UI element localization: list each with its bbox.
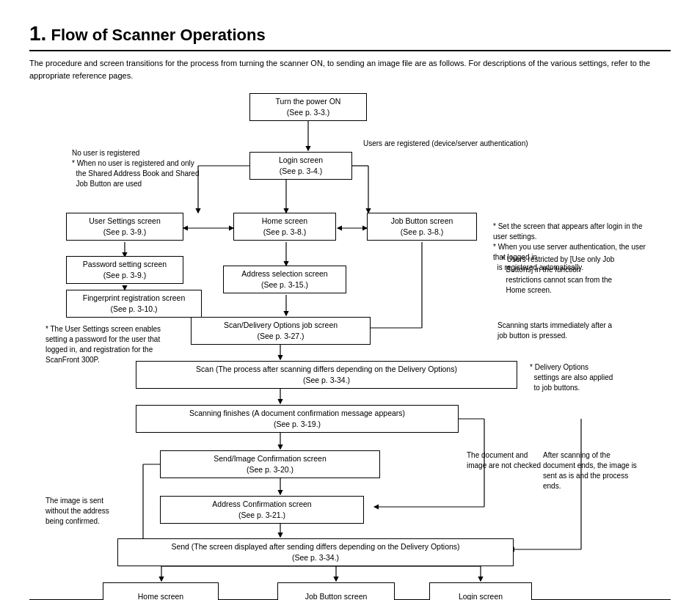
delivery-note: * Delivery Options settings are also app… <box>530 362 662 393</box>
login-screen-box: Login screen(See p. 3-4.) <box>249 152 352 180</box>
after-scan-note: After scanning of thedocument ends, the … <box>543 450 660 491</box>
page-title: 1. Flow of Scanner Operations <box>29 22 671 51</box>
job-button-restriction-note: * Users restricted by [Use only Job Butt… <box>502 255 660 296</box>
scan-delivery-box: Scan/Delivery Options job screen(See p. … <box>191 317 371 345</box>
home-screen-top-box: Home screen(See p. 3-8.) <box>233 213 336 241</box>
no-user-note: No user is registered * When no user is … <box>72 148 215 189</box>
send-image-box: Send/Image Confirmation screen(See p. 3-… <box>160 450 380 478</box>
job-button-screen-top-box: Job Button screen(See p. 3-8.) <box>367 213 477 241</box>
user-settings-note: * The User Settings screen enables setti… <box>45 324 203 365</box>
image-sent-note: The image is sentwithout the addressbein… <box>45 496 141 527</box>
diagram: Turn the power ON(See p. 3-3.) Login scr… <box>29 93 671 592</box>
user-settings-box: User Settings screen(See p. 3-9.) <box>66 213 183 241</box>
users-registered-note: Users are registered (device/server auth… <box>363 139 528 149</box>
send-box: Send (The screen displayed after sending… <box>117 538 514 566</box>
address-confirm-box: Address Confirmation screen(See p. 3-21.… <box>160 496 364 524</box>
fingerprint-reg-box: Fingerprint registration screen(See p. 3… <box>66 290 202 318</box>
address-selection-box: Address selection screen(See p. 3-15.) <box>223 266 346 293</box>
turn-power-box: Turn the power ON(See p. 3-3.) <box>249 93 367 121</box>
scanning-finishes-box: Scanning finishes (A document confirmati… <box>136 405 459 433</box>
login-bottom-box: Login screen <box>429 582 532 600</box>
job-button-bottom-box: Job Button screen <box>277 582 395 600</box>
intro-text: The procedure and screen transitions for… <box>29 57 671 81</box>
home-screen-bottom-box: Home screen <box>103 582 219 600</box>
password-setting-box: Password setting screen(See p. 3-9.) <box>66 256 183 284</box>
scan-starts-note: Scanning starts immediately after ajob b… <box>497 321 659 341</box>
